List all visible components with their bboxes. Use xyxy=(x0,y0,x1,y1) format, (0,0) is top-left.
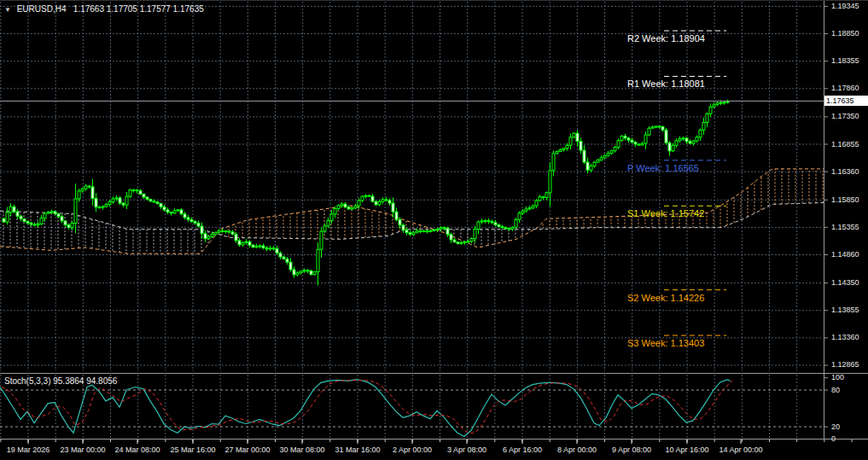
pivot-label: S2 Week: 1.14226 xyxy=(627,293,704,304)
chart-title: ▼ EURUSD,H4 1.17663 1.17705 1.17577 1.17… xyxy=(4,4,204,14)
stochastic-panel[interactable] xyxy=(0,380,822,437)
chart-canvas[interactable] xyxy=(0,1,868,460)
price-axis-label[interactable]: 1.18355 xyxy=(831,56,859,66)
price-axis-label[interactable]: 1.17350 xyxy=(831,112,859,121)
price-axis-label[interactable]: 1.17860 xyxy=(831,84,859,93)
price-axis-label[interactable]: 1.14350 xyxy=(831,278,859,288)
candlesticks xyxy=(3,100,729,286)
price-axis-label[interactable]: 1.19345 xyxy=(831,2,859,11)
price-axis-label[interactable]: 1.13360 xyxy=(831,333,859,342)
time-axis-label[interactable]: 14 Apr 00:00 xyxy=(708,445,773,455)
pivot-label: R1 Week: 1.18081 xyxy=(627,79,705,90)
price-axis-label[interactable]: 1.12865 xyxy=(831,360,859,370)
pivot-label: P Week: 1.16565 xyxy=(627,163,699,174)
chart-window: ▼ EURUSD,H4 1.17663 1.17705 1.17577 1.17… xyxy=(0,0,868,460)
stoch-axis-label: 20 xyxy=(831,422,840,432)
pivot-label: S3 Week: 1.13403 xyxy=(627,338,704,349)
price-axis-label[interactable]: 1.13855 xyxy=(831,306,859,315)
stoch-axis-label: 0 xyxy=(831,434,836,444)
price-axis-label[interactable]: 1.16360 xyxy=(831,167,859,177)
stochastic-label: Stoch(5,3,3) 95.3864 94.8056 xyxy=(4,376,117,386)
pivot-label: R2 Week: 1.18904 xyxy=(627,33,705,44)
current-price-tag: 1.17635 xyxy=(824,96,868,106)
chart-frame xyxy=(0,1,868,444)
ohlc-values: 1.17663 1.17705 1.17577 1.17635 xyxy=(73,4,204,14)
stoch-main-line xyxy=(0,380,731,437)
price-axis-label[interactable]: 1.15850 xyxy=(831,195,859,205)
grid xyxy=(0,2,822,438)
price-axis-label[interactable]: 1.18850 xyxy=(831,29,859,38)
stoch-signal-line xyxy=(2,381,732,434)
stoch-axis-label: 80 xyxy=(831,386,840,395)
symbol-dropdown-icon[interactable]: ▼ xyxy=(4,6,11,14)
stoch-axis-label: 100 xyxy=(831,373,844,382)
price-axis-label[interactable]: 1.14860 xyxy=(831,250,859,259)
price-axis-label[interactable]: 1.15355 xyxy=(831,223,859,232)
pivot-lines xyxy=(664,31,726,335)
price-axis-label[interactable]: 1.16855 xyxy=(831,140,859,149)
symbol-label: EURUSD,H4 xyxy=(17,4,67,14)
pivot-label: S1 Week: 1.15742 xyxy=(627,208,704,219)
